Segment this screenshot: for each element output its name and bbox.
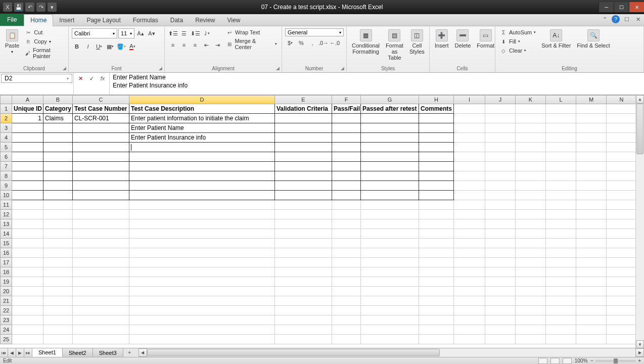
- row-header[interactable]: 14: [0, 229, 12, 239]
- cell[interactable]: [607, 200, 637, 210]
- cell[interactable]: [576, 200, 607, 210]
- cell[interactable]: [607, 229, 637, 239]
- cell[interactable]: [576, 143, 607, 152]
- cell[interactable]: [43, 219, 73, 229]
- cell[interactable]: [454, 335, 485, 344]
- cell[interactable]: [546, 104, 576, 114]
- cell[interactable]: [332, 200, 361, 210]
- cell[interactable]: [607, 219, 637, 229]
- cell[interactable]: [332, 287, 361, 296]
- cell[interactable]: 1: [12, 114, 43, 123]
- cell[interactable]: [485, 239, 516, 248]
- cell[interactable]: [454, 152, 485, 162]
- cell[interactable]: [129, 267, 275, 277]
- cell[interactable]: [454, 296, 485, 306]
- align-middle-button[interactable]: ☰: [179, 28, 189, 38]
- row-header[interactable]: 11: [0, 200, 12, 210]
- cell[interactable]: [275, 210, 332, 219]
- format-painter-button[interactable]: 🖌Format Painter: [23, 47, 65, 60]
- row-header[interactable]: 8: [0, 171, 12, 181]
- cell[interactable]: [454, 171, 485, 181]
- cell[interactable]: [485, 181, 516, 191]
- cell[interactable]: [12, 143, 43, 152]
- cell[interactable]: [129, 287, 275, 296]
- cell[interactable]: [485, 210, 516, 219]
- cell[interactable]: [275, 152, 332, 162]
- cell[interactable]: Category: [43, 104, 73, 114]
- cell[interactable]: [546, 239, 576, 248]
- cell[interactable]: Validation Criteria: [275, 104, 332, 114]
- cell[interactable]: [576, 315, 607, 325]
- cell[interactable]: [419, 191, 454, 200]
- cell[interactable]: [361, 267, 419, 277]
- cell[interactable]: [454, 306, 485, 315]
- cell[interactable]: [73, 315, 129, 325]
- cell[interactable]: [576, 162, 607, 171]
- cell[interactable]: [332, 152, 361, 162]
- cell[interactable]: [546, 267, 576, 277]
- cell[interactable]: [12, 219, 43, 229]
- cell[interactable]: [516, 219, 546, 229]
- cell[interactable]: [419, 306, 454, 315]
- cell[interactable]: [129, 171, 275, 181]
- cell[interactable]: [607, 277, 637, 287]
- number-format-combo[interactable]: General▾: [285, 28, 344, 36]
- cell[interactable]: [485, 229, 516, 239]
- cell[interactable]: [546, 152, 576, 162]
- row-header[interactable]: 3: [0, 123, 12, 133]
- cell[interactable]: [73, 181, 129, 191]
- cell[interactable]: [275, 239, 332, 248]
- cell[interactable]: [361, 181, 419, 191]
- number-launcher-icon[interactable]: ◢: [339, 65, 345, 71]
- cell[interactable]: [332, 296, 361, 306]
- cell[interactable]: [607, 114, 637, 123]
- cell[interactable]: [332, 114, 361, 123]
- cell[interactable]: [546, 114, 576, 123]
- cell[interactable]: [516, 248, 546, 258]
- scroll-right-button[interactable]: ▶: [635, 348, 644, 357]
- cell[interactable]: [419, 181, 454, 191]
- zoom-in-button[interactable]: +: [638, 358, 641, 363]
- cell[interactable]: [516, 114, 546, 123]
- cell[interactable]: [454, 267, 485, 277]
- hscroll-thumb[interactable]: [147, 349, 440, 356]
- minimize-ribbon-icon[interactable]: ⌃: [601, 15, 609, 23]
- cell[interactable]: [43, 277, 73, 287]
- cell[interactable]: [607, 258, 637, 267]
- cell[interactable]: [275, 287, 332, 296]
- window-restore-icon[interactable]: ☐: [623, 15, 631, 23]
- cell[interactable]: [12, 335, 43, 344]
- qat-dropdown-icon[interactable]: ▾: [48, 3, 57, 12]
- cell[interactable]: [546, 171, 576, 181]
- row-header[interactable]: 10: [0, 191, 12, 200]
- cell[interactable]: [546, 210, 576, 219]
- row-header[interactable]: 6: [0, 152, 12, 162]
- redo-icon[interactable]: ↷: [36, 3, 45, 12]
- cell[interactable]: [129, 162, 275, 171]
- cell[interactable]: [275, 296, 332, 306]
- row-header[interactable]: 1: [0, 104, 12, 114]
- orientation-button[interactable]: ⤸▾: [201, 28, 211, 38]
- page-break-view-button[interactable]: [563, 358, 572, 364]
- cell[interactable]: [607, 133, 637, 143]
- cell[interactable]: [129, 335, 275, 344]
- cell[interactable]: [454, 325, 485, 335]
- cell[interactable]: [73, 133, 129, 143]
- cell[interactable]: [43, 162, 73, 171]
- column-header[interactable]: G: [361, 95, 419, 104]
- cell[interactable]: [129, 200, 275, 210]
- row-header[interactable]: 21: [0, 296, 12, 306]
- cell[interactable]: [73, 296, 129, 306]
- cell[interactable]: [129, 296, 275, 306]
- cell[interactable]: [12, 267, 43, 277]
- cell[interactable]: [43, 335, 73, 344]
- cell[interactable]: [576, 114, 607, 123]
- cell[interactable]: [332, 171, 361, 181]
- formula-input[interactable]: Enter Patient Name Enter Patient Insuran…: [110, 73, 644, 95]
- cell[interactable]: [275, 267, 332, 277]
- cell[interactable]: [275, 248, 332, 258]
- cell[interactable]: [576, 191, 607, 200]
- cell[interactable]: [129, 239, 275, 248]
- cell[interactable]: [419, 229, 454, 239]
- cell[interactable]: [516, 287, 546, 296]
